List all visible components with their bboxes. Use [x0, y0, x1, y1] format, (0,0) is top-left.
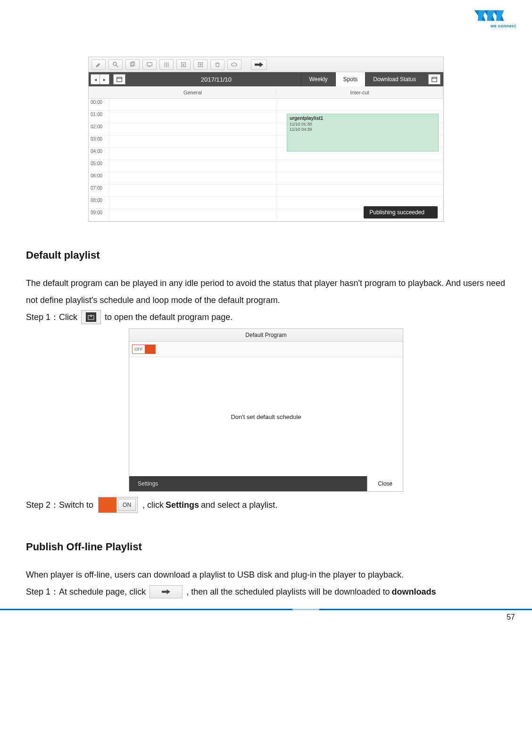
schedule-toolbar: [89, 57, 443, 72]
step1b-bold: downloads: [391, 583, 436, 600]
time-label: 02:00: [89, 123, 109, 135]
default-program-dialog: Default Program OFF Don't set default sc…: [129, 328, 403, 492]
dialog-body-text: Don't set default schedule: [129, 357, 403, 476]
step2-mid: , click: [142, 496, 164, 513]
tab-download-status[interactable]: Download Status: [365, 72, 424, 86]
on-toggle: ON: [98, 497, 138, 513]
download-arrow-button: [150, 585, 183, 598]
svg-line-7: [116, 65, 118, 67]
export-icon[interactable]: [193, 59, 208, 70]
default-program-icon: [81, 310, 101, 324]
heading-publish-offline: Publish Off-line Playlist: [26, 541, 506, 553]
step2-post: and select a playlist.: [201, 496, 277, 513]
dialog-footer: Settings Close: [129, 476, 403, 491]
page-number: 57: [0, 610, 532, 622]
trash-icon[interactable]: [210, 59, 224, 70]
step1-post: to open the default program page.: [105, 309, 233, 326]
svg-rect-10: [147, 62, 152, 66]
off-toggle[interactable]: OFF: [132, 344, 156, 354]
brand-tagline: we connect: [490, 24, 516, 28]
time-label: 06:00: [89, 172, 109, 184]
step1-pre: Step 1：Click: [26, 309, 77, 326]
schedule-screenshot: ◂ ▸ 2017/11/10 Weekly Spots Download Sta…: [88, 57, 444, 222]
tab-weekly[interactable]: Weekly: [301, 72, 335, 86]
sliders-icon[interactable]: [159, 59, 174, 70]
prev-button[interactable]: ◂: [91, 74, 100, 84]
pencil-icon[interactable]: [91, 59, 106, 70]
next-button[interactable]: ▸: [100, 74, 109, 84]
step1b-pre: Step 1：At schedule page, click: [26, 583, 146, 600]
close-button[interactable]: Close: [367, 476, 403, 491]
schedule-date: 2017/11/10: [201, 76, 232, 83]
event-end: 11/10 04:30: [290, 127, 436, 132]
step2-bold: Settings: [166, 496, 199, 513]
svg-rect-17: [117, 77, 122, 82]
col-intercut: Inter-cut: [276, 90, 443, 95]
time-label: 08:00: [89, 197, 109, 209]
time-label: 00:00: [89, 99, 109, 110]
time-label: 05:00: [89, 160, 109, 172]
settings-button[interactable]: Settings: [129, 476, 166, 491]
monitor-icon[interactable]: [142, 59, 157, 70]
import-icon[interactable]: [176, 59, 191, 70]
schedule-grid: 00:00 01:00 02:00 03:00 04:00 05:00 06:0…: [89, 99, 443, 221]
event-start: 11/10 01:30: [290, 122, 436, 127]
copy-icon[interactable]: [125, 59, 140, 70]
time-label: 04:00: [89, 148, 109, 160]
para-default-playlist: The default program can be played in any…: [26, 275, 506, 309]
step1b-post: , then all the scheduled playlists will …: [186, 583, 390, 600]
schedule-column-headers: General Inter-cut: [89, 86, 443, 99]
on-label: ON: [118, 499, 136, 511]
event-title: urgentplaylist1: [290, 116, 436, 122]
time-label: 07:00: [89, 185, 109, 196]
schedule-event[interactable]: urgentplaylist1 11/10 01:30 11/10 04:30: [287, 114, 439, 151]
off-knob: [145, 345, 155, 353]
cloud-icon[interactable]: [227, 59, 241, 70]
svg-point-6: [113, 62, 116, 65]
heading-default-playlist: Default playlist: [26, 249, 506, 261]
dialog-title: Default Program: [129, 329, 403, 342]
dialog-toggle-row: OFF: [129, 342, 403, 357]
tab-spots[interactable]: Spots: [335, 72, 366, 86]
time-label: 03:00: [89, 135, 109, 147]
calendar-icon[interactable]: [113, 74, 125, 84]
search-icon[interactable]: [108, 59, 123, 70]
schedule-navbar: ◂ ▸ 2017/11/10 Weekly Spots Download Sta…: [89, 72, 443, 86]
calendar-icon-right[interactable]: [428, 74, 441, 84]
step2-default-playlist: Step 2：Switch to ON , click Settings and…: [26, 496, 506, 513]
publish-toast: Publishing succeeded: [364, 206, 438, 218]
step1-default-playlist: Step 1：Click to open the default program…: [26, 309, 506, 326]
step1-publish-offline: Step 1：At schedule page, click , then al…: [26, 583, 506, 600]
time-label: 01:00: [89, 111, 109, 123]
col-general: General: [109, 90, 276, 95]
para-publish-offline: When player is off-line, users can downl…: [26, 566, 506, 583]
step2-pre: Step 2：Switch to: [26, 496, 93, 513]
time-label: 09:00: [89, 209, 109, 221]
off-label: OFF: [133, 345, 145, 353]
svg-rect-19: [432, 77, 437, 82]
publish-arrow-button[interactable]: [251, 59, 267, 70]
brand-logo: we connect: [474, 7, 516, 27]
